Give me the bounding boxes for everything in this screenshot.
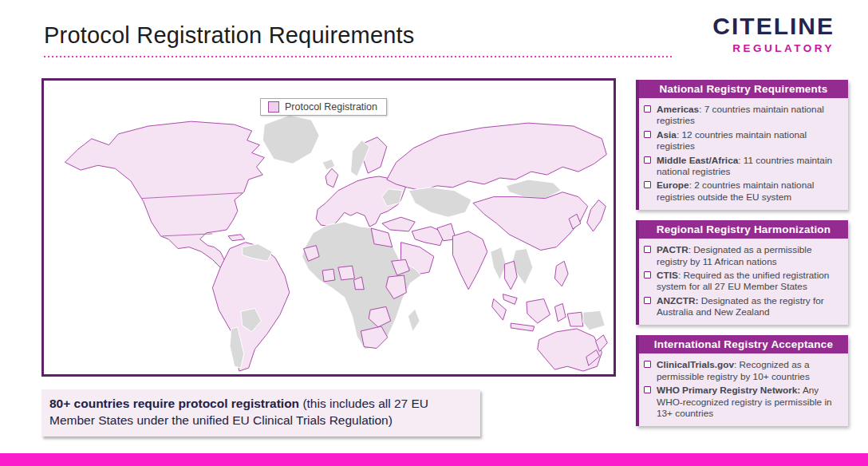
- region-cuba: [228, 235, 245, 241]
- region-egypt: [371, 228, 393, 247]
- square-bullet-icon: [644, 361, 651, 368]
- region-java: [511, 323, 535, 331]
- square-bullet-icon: [644, 271, 651, 278]
- square-bullet-icon: [644, 386, 651, 393]
- world-map: [44, 81, 614, 374]
- world-map-panel: Protocol Registration: [41, 78, 616, 377]
- page-title: Protocol Registration Requirements: [44, 22, 415, 49]
- region-sumatra: [492, 299, 507, 321]
- region-south-america: [212, 243, 289, 371]
- region-central-asia: [408, 188, 471, 217]
- region-borneo: [527, 299, 550, 324]
- info-box-body: PACTR: Designated as a permissible regis…: [639, 239, 848, 325]
- region-iceland: [322, 159, 335, 170]
- region-australia: [538, 329, 602, 371]
- square-bullet-icon: [644, 105, 651, 113]
- info-box-international-acceptance: International Registry Acceptance Clinic…: [636, 335, 848, 426]
- citeline-logo: CITELINE REGULATORY: [699, 13, 834, 54]
- info-box-title: International Registry Acceptance: [639, 335, 848, 353]
- region-myanmar: [491, 247, 507, 280]
- region-philippines: [554, 261, 568, 286]
- region-sulawesi: [554, 303, 566, 322]
- bottom-accent-bar: [0, 453, 868, 466]
- logo-sub-text: REGULATORY: [699, 42, 834, 54]
- region-nigeria: [338, 266, 355, 280]
- legend-swatch-protocol-registration: [268, 101, 279, 113]
- info-box-regional-harmonization: Regional Registry Harmonization PACTR: D…: [636, 220, 848, 325]
- list-item: ANZCTR: Designated as the registry for A…: [644, 295, 842, 318]
- list-item: Europe: 2 countries maintain national re…: [644, 180, 842, 203]
- info-box-national-registry: National Registry Requirements Americas:…: [636, 80, 848, 210]
- region-malaysia: [503, 294, 517, 305]
- info-box-title: Regional Registry Harmonization: [639, 220, 848, 239]
- region-madagascar: [408, 309, 420, 332]
- list-item: ClinicalTrials.gov: Recognized as a perm…: [644, 359, 842, 382]
- square-bullet-icon: [644, 181, 651, 188]
- info-box-body: ClinicalTrials.gov: Recognized as a perm…: [639, 353, 848, 426]
- square-bullet-icon: [644, 297, 651, 304]
- list-item: WHO Primary Registry Network: Any WHO-re…: [644, 385, 842, 419]
- region-russia: [387, 123, 607, 191]
- slide: Protocol Registration Requirements CITEL…: [0, 0, 868, 466]
- info-box-title: National Registry Requirements: [639, 80, 848, 98]
- info-column: National Registry Requirements Americas:…: [636, 80, 848, 436]
- logo-brand-text: CITELINE: [699, 13, 834, 40]
- title-underline: [44, 56, 673, 57]
- list-item: Middle East/Africa: 11 countries maintai…: [644, 155, 842, 178]
- square-bullet-icon: [644, 156, 651, 164]
- region-west-papua: [567, 312, 583, 326]
- region-greenland: [262, 115, 319, 164]
- region-united-kingdom: [326, 168, 338, 188]
- region-india: [452, 231, 487, 290]
- region-scandinavia: [363, 137, 387, 173]
- region-papua-new-guinea: [583, 310, 606, 330]
- map-legend: Protocol Registration: [260, 98, 387, 116]
- region-turkey: [382, 217, 415, 231]
- region-japan: [587, 200, 606, 231]
- square-bullet-icon: [644, 131, 651, 138]
- square-bullet-icon: [644, 246, 651, 253]
- list-item: Asia: 12 countries maintain national reg…: [644, 129, 842, 152]
- legend-label: Protocol Registration: [285, 101, 377, 113]
- list-item: Americas: 7 countries maintain national …: [644, 104, 842, 127]
- list-item: CTIS: Required as the unified registrati…: [644, 270, 842, 293]
- summary-bold-text: 80+ countries require protocol registrat…: [49, 397, 299, 410]
- info-box-body: Americas: 7 countries maintain national …: [639, 98, 848, 210]
- region-ghana: [322, 269, 335, 282]
- summary-callout: 80+ countries require protocol registrat…: [41, 389, 480, 436]
- list-item: PACTR: Designated as a permissible regis…: [644, 244, 842, 267]
